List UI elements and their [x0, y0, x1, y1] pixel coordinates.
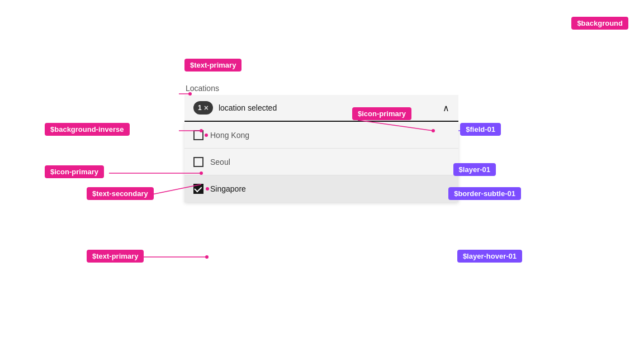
icon-primary-left-pill: $icon-primary — [45, 165, 104, 178]
list-item[interactable]: Seoul — [184, 149, 458, 175]
singapore-dot — [206, 187, 209, 190]
field-01-pill: $field-01 — [460, 123, 501, 136]
dropdown-label: Locations — [184, 84, 458, 93]
seoul-checkbox[interactable] — [193, 157, 203, 167]
singapore-checkbox[interactable] — [193, 184, 203, 194]
field-trigger[interactable]: 1 × location selected ∧ — [184, 95, 458, 122]
badge-clear-button[interactable]: × — [204, 103, 209, 112]
text-primary-bottom-pill: $text-primary — [87, 250, 144, 263]
dropdown-list: Hong Kong Seoul Singapore — [184, 122, 458, 202]
icon-primary-top-pill: $icon-primary — [352, 107, 411, 120]
badge-count: 1 — [198, 104, 202, 112]
text-secondary-pill: $text-secondary — [87, 187, 154, 200]
background-inverse-pill: $background-inverse — [45, 123, 130, 136]
hong-kong-checkbox[interactable] — [193, 130, 203, 140]
list-item[interactable]: Singapore — [184, 175, 458, 202]
layer-01-pill: $layer-01 — [453, 163, 496, 176]
svg-point-17 — [205, 255, 209, 259]
border-subtle-01-pill: $border-subtle-01 — [448, 187, 521, 200]
dropdown-widget: Locations 1 × location selected ∧ Hong K… — [184, 84, 458, 202]
list-item[interactable]: Hong Kong — [184, 122, 458, 149]
hong-kong-dot — [205, 134, 208, 137]
hong-kong-label: Hong Kong — [210, 131, 249, 140]
layer-hover-01-pill: $layer-hover-01 — [457, 250, 522, 263]
singapore-label: Singapore — [210, 184, 246, 193]
text-primary-top-pill: $text-primary — [184, 59, 242, 72]
background-token-pill: $background — [571, 17, 628, 30]
seoul-label: Seoul — [210, 158, 230, 166]
selection-badge: 1 × — [193, 101, 213, 115]
chevron-up-icon[interactable]: ∧ — [443, 103, 449, 113]
